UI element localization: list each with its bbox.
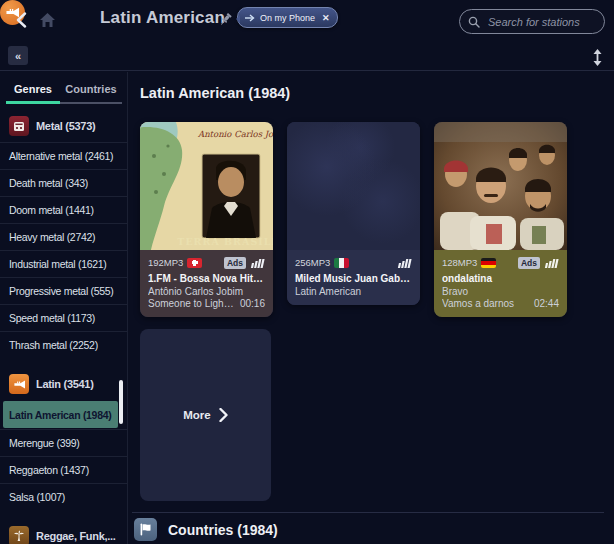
chevron-right-icon — [219, 408, 228, 422]
radio-app-window: Latin American On my Phone ✕ « — [0, 0, 614, 544]
sidebar-item-death-metal[interactable]: Death metal (343) — [0, 169, 127, 196]
sidebar-item-label: Reggae, Funk,... — [36, 530, 116, 542]
bitrate-label: 256MP3 — [295, 257, 330, 268]
main-content: Latin American (1984) Antonio Carlos Job… — [128, 72, 614, 544]
latin-genre-icon — [9, 374, 29, 394]
station-artist: Bravo — [442, 286, 559, 297]
ads-badge: Ads — [518, 257, 540, 269]
now-playing-song: Vamos a darnos — [442, 298, 514, 309]
bitrate-label: 128MP3 — [442, 257, 477, 268]
station-card-1fm-bossa-nova[interactable]: Antonio Carlos Jobim TERRA BRASILIS 192M… — [140, 122, 273, 317]
station-info: 256MP3 Miled Music Juan Gabriel Latin Am… — [287, 250, 420, 305]
sidebar-item-reggaeton[interactable]: Reggaeton (1437) — [0, 456, 127, 483]
album-artist-script: Antonio Carlos Jobim — [197, 129, 273, 139]
sidebar-item-thrash-metal[interactable]: Thrash metal (2252) — [0, 331, 127, 358]
signal-bars-icon — [250, 258, 265, 268]
metal-genre-icon — [9, 116, 29, 136]
page-title: Latin American — [100, 8, 225, 28]
station-genre: Latin American — [295, 286, 412, 297]
sidebar-item-alternative-metal[interactable]: Alternative metal (2461) — [0, 142, 127, 169]
album-art: Antonio Carlos Jobim TERRA BRASILIS — [140, 122, 273, 250]
flag-germany-icon — [481, 258, 496, 268]
album-art-placeholder — [287, 122, 420, 250]
sidebar-item-merengue[interactable]: Merengue (399) — [0, 429, 127, 456]
sidebar-item-heavy-metal[interactable]: Heavy metal (2742) — [0, 223, 127, 250]
elapsed-time: 02:44 — [534, 298, 559, 309]
bitrate-label: 192MP3 — [148, 257, 183, 268]
section-heading: Latin American (1984) — [140, 85, 290, 101]
scroll-updown-icon[interactable] — [589, 47, 605, 67]
chevron-left-icon — [16, 12, 27, 28]
signal-bars-icon — [544, 258, 559, 268]
sidebar-item-speed-metal[interactable]: Speed metal (1173) — [0, 304, 127, 331]
sidebar-item-latin-american[interactable]: Latin American (1984) — [3, 401, 118, 428]
station-info: 128MP3 Ads ondalatina Bravo Vamos a darn… — [434, 250, 567, 317]
countries-flag-icon — [134, 518, 157, 541]
flag-mexico-icon — [334, 258, 349, 268]
sidebar: Genres Countries Metal (5373) Alternativ… — [0, 72, 127, 544]
flag-switzerland-icon — [187, 258, 202, 268]
divider — [132, 512, 604, 513]
back-button[interactable] — [10, 9, 32, 31]
album-title: TERRA BRASILIS — [177, 236, 273, 247]
search-input[interactable] — [486, 15, 596, 29]
station-title: Miled Music Juan Gabriel — [295, 273, 412, 284]
ads-badge: Ads — [224, 257, 246, 269]
station-title: ondalatina — [442, 273, 559, 284]
station-search[interactable] — [459, 9, 605, 34]
arrow-right-icon — [244, 14, 255, 22]
sidebar-scrollbar-thumb[interactable] — [119, 380, 123, 424]
station-title: 1.FM - Bossa Nova Hits Radio — [148, 273, 265, 284]
tab-genres[interactable]: Genres — [6, 78, 60, 104]
sidebar-item-reggae-funk[interactable]: Reggae, Funk,... — [0, 520, 127, 544]
sidebar-item-industrial-metal[interactable]: Industrial metal (1621) — [0, 250, 127, 277]
sidebar-item-label: Metal (5373) — [36, 120, 95, 132]
countries-section-header[interactable]: Countries (1984) — [134, 518, 278, 541]
station-info: 192MP3 Ads 1.FM - Bossa Nova Hits Radio … — [140, 250, 273, 317]
close-icon[interactable]: ✕ — [322, 13, 330, 23]
band-photo — [434, 122, 567, 250]
on-my-phone-label: On my Phone — [260, 13, 315, 23]
sidebar-item-progressive-metal[interactable]: Progressive metal (555) — [0, 277, 127, 304]
more-label: More — [183, 409, 210, 421]
palm-tree-icon — [9, 526, 29, 544]
countries-heading: Countries (1984) — [168, 522, 278, 538]
signal-bars-icon — [397, 258, 412, 268]
station-card-ondalatina[interactable]: 128MP3 Ads ondalatina Bravo Vamos a darn… — [434, 122, 567, 317]
station-card-miled-music[interactable]: 256MP3 Miled Music Juan Gabriel Latin Am… — [287, 122, 420, 305]
home-icon — [39, 12, 56, 28]
sidebar-item-latin[interactable]: Latin (3541) — [0, 368, 127, 400]
sidebar-item-doom-metal[interactable]: Doom metal (1441) — [0, 196, 127, 223]
tab-countries[interactable]: Countries — [60, 78, 122, 104]
search-icon — [468, 16, 480, 28]
more-button[interactable]: More — [140, 329, 271, 501]
divider — [0, 70, 614, 71]
pushpin-icon — [218, 12, 233, 27]
sidebar-tabs: Genres Countries — [0, 72, 127, 104]
on-my-phone-tag[interactable]: On my Phone ✕ — [237, 7, 338, 28]
now-playing-song: Someone to Light Up My L... — [148, 298, 236, 309]
sidebar-item-salsa[interactable]: Salsa (1007) — [0, 483, 127, 510]
sidebar-item-metal[interactable]: Metal (5373) — [0, 110, 127, 142]
elapsed-time: 00:16 — [240, 298, 265, 309]
collapse-sidebar-button[interactable]: « — [8, 46, 28, 65]
home-button[interactable] — [37, 10, 57, 30]
station-artist: Antônio Carlos Jobim — [148, 286, 265, 297]
genre-list: Metal (5373) Alternative metal (2461) De… — [0, 110, 127, 544]
sidebar-item-label: Latin (3541) — [36, 378, 94, 390]
station-cards: Antonio Carlos Jobim TERRA BRASILIS 192M… — [140, 122, 567, 317]
